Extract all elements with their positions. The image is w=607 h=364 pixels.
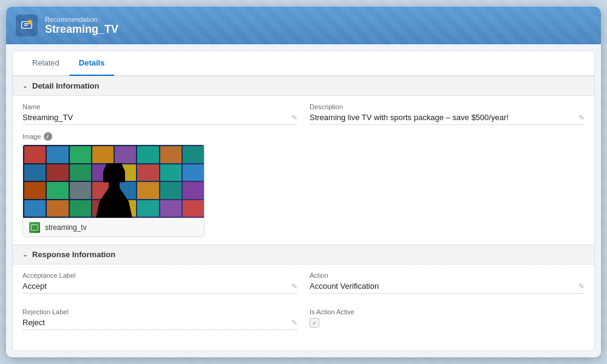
header-title: Streaming_TV — [45, 23, 118, 36]
checkmark-icon: ✓ — [312, 320, 317, 326]
response-section-title: Response Information — [32, 250, 115, 259]
svg-point-1 — [28, 20, 32, 24]
file-icon — [29, 222, 40, 233]
description-label: Description — [310, 103, 585, 110]
main-content: Related Details ⌄ Detail Information Nam… — [6, 44, 601, 357]
description-edit-icon[interactable]: ✎ — [578, 113, 585, 122]
response-chevron-icon: ⌄ — [22, 251, 27, 258]
image-info-icon: i — [44, 132, 52, 141]
detail-section-title: Detail Information — [32, 81, 100, 90]
name-field-group: Name Streaming_TV ✎ — [22, 103, 297, 125]
image-label: Image i — [22, 132, 585, 141]
description-value-row: Streaming live TV with sports package – … — [310, 113, 585, 125]
app-header: Recommendation Streaming_TV — [6, 7, 601, 44]
name-value: Streaming_TV — [22, 113, 73, 122]
name-label: Name — [22, 103, 297, 110]
name-edit-icon[interactable]: ✎ — [291, 113, 297, 122]
app-window: Recommendation Streaming_TV Related Deta… — [6, 7, 601, 357]
rejection-label: Rejection Label — [22, 308, 297, 315]
detail-section-content: Name Streaming_TV ✎ Description Streamin… — [13, 96, 594, 244]
rejection-value: Reject — [22, 318, 45, 327]
app-icon — [16, 15, 38, 36]
image-container: streaming_tv — [22, 144, 205, 237]
chevron-down-icon: ⌄ — [22, 83, 27, 89]
rejection-active-row: Rejection Label Reject ✎ Is Action Activ… — [13, 301, 594, 337]
acceptance-label: Acceptance Label — [22, 272, 297, 279]
recommendation-icon — [20, 19, 33, 32]
svg-rect-0 — [22, 22, 32, 29]
image-preview — [23, 145, 205, 218]
tabs-bar: Related Details — [13, 51, 594, 76]
is-action-active-label: Is Action Active — [310, 308, 585, 315]
description-value: Streaming live TV with sports package – … — [310, 113, 509, 122]
tab-related[interactable]: Related — [22, 51, 69, 76]
detail-card: Related Details ⌄ Detail Information Nam… — [12, 50, 595, 351]
rejection-field-group: Rejection Label Reject ✎ — [22, 308, 297, 330]
response-section-content: Acceptance Label Accept ✎ Action Account… — [13, 265, 594, 337]
acceptance-field-group: Acceptance Label Accept ✎ — [22, 272, 297, 294]
rejection-edit-icon[interactable]: ✎ — [291, 318, 297, 327]
tab-details[interactable]: Details — [69, 51, 115, 76]
acceptance-edit-icon[interactable]: ✎ — [291, 282, 297, 291]
response-section-header: ⌄ Response Information — [13, 244, 594, 265]
name-description-row: Name Streaming_TV ✎ Description Streamin… — [13, 96, 594, 132]
name-value-row: Streaming_TV ✎ — [22, 113, 297, 125]
header-text: Recommendation Streaming_TV — [45, 16, 118, 36]
action-value-row: Account Verification ✎ — [310, 281, 585, 294]
rejection-value-row: Reject ✎ — [22, 318, 297, 330]
acceptance-action-row: Acceptance Label Accept ✎ Action Account… — [13, 265, 594, 301]
action-label: Action — [310, 272, 585, 279]
is-action-active-checkbox[interactable]: ✓ — [310, 318, 585, 328]
action-field-group: Action Account Verification ✎ — [310, 272, 585, 294]
action-edit-icon[interactable]: ✎ — [578, 282, 585, 291]
file-name: streaming_tv — [45, 223, 87, 232]
description-field-group: Description Streaming live TV with sport… — [310, 103, 585, 125]
image-footer: streaming_tv — [23, 218, 204, 237]
action-value: Account Verification — [310, 281, 379, 291]
detail-section-header: ⌄ Detail Information — [13, 76, 594, 96]
header-subtitle: Recommendation — [45, 16, 118, 23]
acceptance-value: Accept — [22, 281, 47, 291]
image-field: Image i — [13, 132, 594, 244]
checkbox-visual: ✓ — [310, 318, 319, 328]
is-action-active-field-group: Is Action Active ✓ — [310, 308, 585, 330]
acceptance-value-row: Accept ✎ — [22, 281, 297, 294]
